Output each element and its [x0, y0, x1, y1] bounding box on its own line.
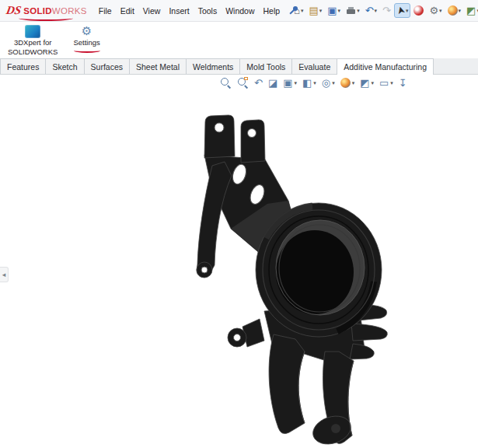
apply-scene-button[interactable]: ◩ ▾	[360, 78, 374, 88]
logo-text-solid: SOLID	[23, 6, 52, 16]
red-annotation-logo	[19, 16, 73, 21]
logo-text-works: WORKS	[52, 6, 87, 16]
print-button[interactable]: ▾	[344, 4, 362, 18]
select-button[interactable]: ➤ ▾	[394, 3, 410, 18]
display-style-button[interactable]: ◧ ▾	[302, 78, 316, 88]
menu-item-file[interactable]: File	[95, 3, 116, 19]
scene-button[interactable]: ◩ ▾	[464, 3, 478, 18]
dropdown-caret: ▾	[375, 8, 378, 13]
addins-button[interactable]	[411, 3, 426, 18]
new-document-icon: ▤	[309, 5, 319, 16]
menu-items: File Edit View Insert Tools Window Help	[95, 3, 284, 19]
save-icon: ▣	[327, 5, 337, 16]
dropdown-caret: ▾	[459, 8, 462, 13]
menu-item-window[interactable]: Window	[222, 3, 258, 19]
tab-sheet-metal[interactable]: Sheet Metal	[129, 58, 187, 74]
heads-up-view-toolbar: ↶ ◪ ▣ ▾ ◧ ▾ ◎ ▾ ▾ ◩ ▾ ▭ ▾ ↧	[220, 77, 407, 89]
dropdown-caret: ▾	[357, 8, 360, 13]
undo-icon: ↶	[365, 5, 374, 16]
view-orientation-button[interactable]: ▣ ▾	[283, 78, 297, 88]
menu-bar: DS SOLID WORKS File Edit View Insert Too…	[0, 0, 478, 22]
command-manager-tabs: Features Sketch Surfaces Sheet Metal Wel…	[0, 58, 478, 75]
zoom-fit-button[interactable]	[220, 77, 232, 89]
print-3d-icon: ↧	[399, 78, 407, 88]
menu-item-insert[interactable]: Insert	[165, 3, 193, 19]
3dxpert-icon	[25, 25, 40, 38]
settings-label: Settings	[73, 39, 99, 47]
scene-icon: ◩	[466, 5, 476, 16]
save-button[interactable]: ▣ ▾	[325, 3, 343, 18]
apply-scene-icon: ◩	[360, 78, 369, 88]
undo-button[interactable]: ↶ ▾	[363, 3, 379, 18]
view-orientation-icon: ▣	[283, 78, 292, 88]
edit-appearance-icon	[340, 78, 351, 88]
zoom-area-icon	[237, 77, 249, 89]
feature-tree-collapse-toggle[interactable]: ◂	[0, 267, 9, 282]
menu-item-edit[interactable]: Edit	[117, 3, 138, 19]
menu-item-view[interactable]: View	[139, 3, 165, 19]
dropdown-caret: ▾	[338, 8, 341, 13]
view-settings-icon: ▭	[379, 78, 389, 88]
previous-view-icon: ↶	[254, 78, 263, 88]
ribbon-additive-manufacturing: 3DXpert for SOLIDWORKS ⚙ Settings	[0, 22, 478, 58]
dropdown-caret: ▾	[390, 80, 393, 86]
zoom-area-box-icon	[244, 77, 248, 80]
dropdown-caret: ▾	[313, 80, 316, 86]
model-side-boss	[228, 319, 264, 347]
dropdown-caret: ▾	[295, 80, 298, 86]
menu-item-help[interactable]: Help	[260, 3, 284, 19]
graphics-viewport[interactable]: ↶ ◪ ▣ ▾ ◧ ▾ ◎ ▾ ▾ ◩ ▾ ▭ ▾ ↧	[0, 75, 478, 448]
settings-button[interactable]: ⚙ Settings	[72, 24, 101, 54]
3dxpert-label-line2: SOLIDWORKS	[8, 48, 58, 57]
3dxpert-button[interactable]: 3DXpert for SOLIDWORKS	[6, 24, 59, 63]
tab-sketch[interactable]: Sketch	[45, 58, 84, 74]
dropdown-caret: ▾	[352, 80, 355, 86]
tab-weldments[interactable]: Weldments	[186, 58, 240, 74]
options-gear-icon: ⚙	[429, 5, 438, 16]
hide-show-items-button[interactable]: ◎ ▾	[322, 78, 335, 88]
hide-show-items-icon: ◎	[322, 78, 330, 88]
solidworks-logo: DS SOLID WORKS	[6, 4, 87, 17]
zoom-area-button[interactable]	[237, 77, 249, 89]
print-icon	[346, 6, 356, 16]
model-hub	[256, 203, 382, 337]
dropdown-caret: ▾	[332, 80, 335, 86]
redo-button[interactable]: ↷	[380, 3, 393, 18]
dropdown-caret: ▾	[372, 80, 375, 86]
appearance-button[interactable]: ▾	[445, 3, 464, 18]
view-settings-button[interactable]: ▭ ▾	[379, 78, 393, 88]
top-toolbar: ⌂ ▾ ▤ ▾ ▣ ▾ ▾ ↶ ▾ ↷ ➤ ▾ ⚙ ▾	[291, 3, 478, 18]
logo-ds-glyph: DS	[5, 4, 23, 17]
zoom-fit-icon	[220, 77, 232, 89]
new-document-button[interactable]: ▤ ▾	[307, 3, 325, 18]
model-canvas[interactable]	[0, 75, 478, 448]
select-cursor-icon: ➤	[395, 5, 406, 16]
display-style-icon: ◧	[302, 78, 312, 88]
section-view-icon: ◪	[268, 78, 277, 88]
3dxpert-label-line1: 3DXpert for	[14, 39, 52, 47]
options-button[interactable]: ⚙ ▾	[427, 3, 444, 18]
appearance-ball-icon	[448, 5, 458, 16]
edit-appearance-button[interactable]: ▾	[340, 78, 355, 88]
tab-features[interactable]: Features	[0, 58, 46, 74]
dropdown-caret: ▾	[439, 8, 442, 13]
previous-view-button[interactable]: ↶	[254, 78, 263, 88]
dropdown-caret: ▾	[319, 8, 323, 13]
tab-surfaces[interactable]: Surfaces	[84, 58, 130, 74]
dropdown-caret: ▾	[301, 8, 304, 13]
addins-sphere-icon	[413, 5, 424, 16]
menu-item-tools[interactable]: Tools	[194, 3, 222, 19]
redo-icon: ↷	[382, 5, 391, 16]
tab-additive-manufacturing[interactable]: Additive Manufacturing	[337, 58, 434, 75]
tab-mold-tools[interactable]: Mold Tools	[239, 58, 292, 74]
red-annotation-settings	[74, 48, 100, 53]
print-3d-button[interactable]: ↧	[399, 78, 407, 88]
section-view-button[interactable]: ◪	[268, 78, 277, 88]
tab-evaluate[interactable]: Evaluate	[291, 58, 337, 74]
settings-gear-icon: ⚙	[82, 25, 92, 38]
